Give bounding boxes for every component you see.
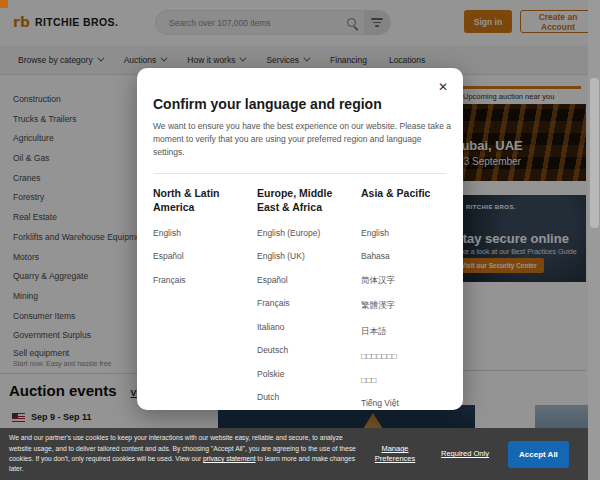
region-header: Europe, Middle East & Africa (257, 186, 343, 216)
region-header: Asia & Pacific (361, 186, 447, 216)
language-link[interactable]: English (361, 228, 447, 238)
language-link[interactable]: Español (153, 251, 239, 261)
divider (153, 173, 447, 174)
scrollbar-track[interactable] (588, 0, 600, 480)
language-link[interactable]: Français (257, 298, 343, 308)
language-link[interactable]: □□□□□□□ (361, 351, 447, 361)
scrollbar-thumb[interactable] (590, 78, 599, 228)
language-link[interactable]: 日本語 (361, 326, 447, 338)
language-link[interactable]: Italiano (257, 322, 343, 332)
language-region-modal: ✕ Confirm your language and region We wa… (137, 68, 463, 410)
language-link[interactable]: 繁體漢字 (361, 300, 447, 312)
cookie-consent-bar: We and our partner's use cookies to keep… (0, 428, 588, 480)
language-link[interactable]: Français (153, 275, 239, 285)
language-link[interactable]: Bahasa (361, 251, 447, 261)
language-link[interactable]: Polskie (257, 369, 343, 379)
modal-title: Confirm your language and region (153, 96, 447, 112)
region-column-europe-middle-east-africa: Europe, Middle East & Africa English (Eu… (257, 186, 343, 410)
language-link[interactable]: Español (257, 275, 343, 285)
privacy-statement-link[interactable]: privacy statement (203, 455, 255, 462)
corner-marker-icon (0, 0, 8, 8)
manage-preferences-link[interactable]: Manage Preferences (364, 444, 426, 464)
language-link[interactable]: 简体汉字 (361, 275, 447, 287)
language-link[interactable]: Deutsch (257, 345, 343, 355)
cookie-text: We and our partner's use cookies to keep… (9, 433, 356, 475)
close-icon[interactable]: ✕ (435, 78, 451, 96)
region-header: North & Latin America (153, 186, 239, 216)
language-link[interactable]: Tiếng Việt (361, 398, 447, 408)
language-link[interactable]: Dutch (257, 392, 343, 402)
language-link[interactable]: English (UK) (257, 251, 343, 261)
accept-all-button[interactable]: Accept All (508, 441, 569, 468)
language-link[interactable]: English (Europe) (257, 228, 343, 238)
modal-body-text: We want to ensure you have the best expe… (153, 120, 453, 160)
required-only-link[interactable]: Required Only (434, 449, 496, 459)
language-link[interactable]: English (153, 228, 239, 238)
language-link[interactable]: □□□ (361, 375, 447, 385)
region-column-asia-pacific: Asia & Pacific English Bahasa 简体汉字 繁體漢字 … (361, 186, 447, 410)
region-column-north-latin-america: North & Latin America English Español Fr… (153, 186, 239, 410)
page: rb RITCHIE BROS. Sign in Create an Accou… (0, 0, 600, 480)
